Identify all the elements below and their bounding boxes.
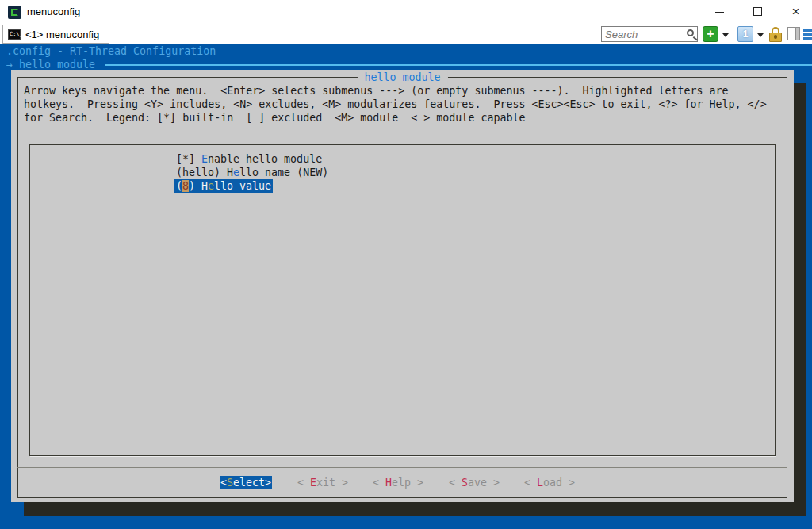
- item-hotkey: E: [201, 153, 208, 165]
- title-bar: menuconfig ×: [0, 0, 812, 24]
- instructions-line: Arrow keys navigate the menu. <Enter> se…: [24, 84, 729, 98]
- item-hotkey: e: [233, 167, 239, 178]
- console-icon: C:\_: [8, 29, 21, 40]
- dialog-title: hello module: [357, 71, 447, 84]
- menuconfig-dialog: hello module Arrow keys navigate the men…: [11, 70, 794, 502]
- chevron-down-icon[interactable]: [757, 33, 764, 37]
- window-number-button[interactable]: 1: [737, 26, 753, 42]
- search-box: [601, 26, 698, 42]
- button-hotkey: E: [310, 477, 316, 489]
- button-hotkey: S: [227, 477, 233, 489]
- console-area: .config - RT-Thread Configuration → hell…: [0, 44, 812, 529]
- menu-item-hello-name[interactable]: (hello) Hello name (NEW): [176, 166, 328, 179]
- window-title: menuconfig: [27, 6, 80, 17]
- lock-icon[interactable]: [768, 27, 783, 42]
- button-text: <: [524, 477, 537, 489]
- exit-button[interactable]: < Exit >: [297, 476, 348, 489]
- load-button[interactable]: < Load >: [524, 476, 575, 489]
- search-icon[interactable]: [687, 29, 694, 36]
- buffer-panes-icon[interactable]: [787, 27, 800, 40]
- dialog-shadow: [794, 83, 806, 516]
- item-text: (hello) H: [176, 167, 233, 178]
- button-text: elp >: [392, 477, 423, 489]
- conemu-logo-icon: [8, 6, 21, 19]
- minimize-button[interactable]: [702, 0, 737, 24]
- button-text: ave >: [468, 477, 500, 489]
- item-text: nable hello module: [208, 153, 322, 165]
- tab-bar: C:\_ <1> menuconfig + 1: [0, 24, 812, 44]
- button-separator-line: [17, 467, 787, 468]
- button-text: <: [373, 477, 385, 489]
- button-text: <: [297, 477, 310, 489]
- maximize-button[interactable]: [740, 0, 776, 24]
- button-text: oad >: [543, 477, 575, 489]
- item-text: llo value: [214, 180, 271, 192]
- tab-menuconfig[interactable]: C:\_ <1> menuconfig: [2, 25, 109, 44]
- select-button[interactable]: <Select>: [220, 476, 272, 489]
- tab-label: <1> menuconfig: [25, 29, 99, 40]
- button-hotkey: S: [462, 477, 468, 489]
- menu-icon[interactable]: [803, 29, 812, 41]
- button-text: <: [449, 477, 462, 489]
- button-text: elect>: [233, 477, 271, 489]
- item-text: ) H: [189, 180, 208, 192]
- item-text: (: [176, 180, 182, 192]
- button-text: xit >: [316, 477, 348, 489]
- menu-item-hello-value-selected[interactable]: (8) Hello value: [174, 179, 273, 193]
- dialog-shadow: [24, 502, 806, 516]
- config-header: .config - RT-Thread Configuration: [6, 44, 216, 58]
- item-hotkey: e: [208, 180, 214, 192]
- new-console-button[interactable]: +: [703, 26, 718, 42]
- close-button[interactable]: ×: [778, 0, 812, 24]
- save-button[interactable]: < Save >: [449, 476, 500, 489]
- help-button[interactable]: < Help >: [373, 476, 423, 489]
- item-text: [*]: [176, 153, 201, 165]
- instructions-line: for Search. Legend: [*] built-in [ ] exc…: [24, 111, 525, 125]
- menu-item-enable-hello-module[interactable]: [*] Enable hello module: [176, 152, 322, 166]
- search-input[interactable]: [605, 28, 680, 40]
- button-hotkey: L: [537, 477, 543, 489]
- menu-list-border: [29, 144, 776, 456]
- instructions-line: hotkeys. Pressing <Y> includes, <N> excl…: [24, 98, 767, 111]
- button-text: <: [220, 477, 227, 489]
- chevron-down-icon[interactable]: [722, 33, 729, 37]
- header-separator-line: [105, 64, 812, 66]
- text-cursor: 8: [182, 180, 189, 192]
- item-text: llo name (NEW): [239, 167, 328, 178]
- button-hotkey: H: [385, 477, 392, 489]
